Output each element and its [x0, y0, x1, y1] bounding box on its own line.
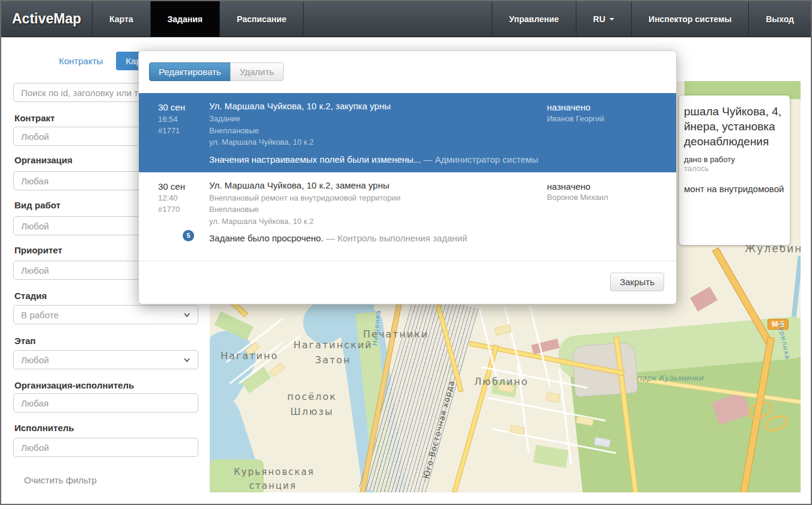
- popup-remaining: талось: [684, 164, 785, 173]
- task-id: #1771: [158, 125, 209, 137]
- task-type: Внеплановый ремонт на внутридомовой терр…: [209, 192, 547, 204]
- filter-label-contractor-org: Организация-исполнитель: [14, 380, 134, 390]
- task-date-cell: 30 сен 16:54 #1771: [158, 101, 209, 165]
- task-dialog: Редактировать Удалить 30 сен 16:54 #1771…: [138, 50, 677, 304]
- navbar-right-group: Управление RU Инспектор системы Выход: [492, 1, 811, 37]
- nav-item-map[interactable]: Карта: [93, 1, 151, 37]
- popup-status: дано в работу: [684, 155, 785, 164]
- chevron-down-icon: [183, 311, 191, 318]
- filter-select-stage[interactable]: В работе: [13, 305, 198, 324]
- unread-count-badge: 5: [183, 230, 194, 241]
- dialog-divider: [139, 261, 676, 261]
- task-title: Ул. Маршала Чуйкова, 10 к.2, замена урны: [209, 180, 547, 190]
- filter-label-priority: Приоритет: [14, 245, 63, 255]
- task-main-cell: Ул. Маршала Чуйкова, 10 к.2, замена урны…: [209, 180, 547, 244]
- dialog-actions: Редактировать Удалить: [149, 62, 284, 81]
- table-row[interactable]: 30 сен 16:54 #1771 Ул. Маршала Чуйкова, …: [139, 93, 676, 172]
- map-label-shluzy: посёлок Шлюзы: [276, 390, 348, 420]
- filter-select-phase[interactable]: Любой: [13, 350, 198, 369]
- edit-button[interactable]: Редактировать: [149, 62, 231, 81]
- map-label-park-kuzminki: парк Кузьминки: [636, 372, 703, 384]
- filter-input-assignee[interactable]: Любой: [13, 438, 198, 457]
- task-assignee: Иванов Георгий: [547, 114, 667, 123]
- filter-input-contractor-org[interactable]: Любая: [13, 393, 198, 413]
- map-label-nagatino: Нагатино: [221, 349, 278, 364]
- filter-label-assignee: Исполнитель: [14, 423, 74, 433]
- task-message-author: — Контроль выполнения заданий: [326, 233, 467, 243]
- language-label: RU: [593, 14, 605, 24]
- task-date: 30 сен: [158, 101, 209, 114]
- nav-item-management[interactable]: Управление: [492, 1, 576, 37]
- nav-item-logout[interactable]: Выход: [748, 1, 811, 37]
- filter-label-phase: Этап: [14, 336, 35, 346]
- status-badge: назначено: [547, 101, 667, 114]
- map-task-popup[interactable]: ршала Чуйкова, 4, йнера, установка деона…: [679, 95, 790, 245]
- task-message-text: Задание было просрочено.: [209, 233, 323, 243]
- filter-label-organization: Организация: [14, 155, 73, 165]
- task-address: ул. Маршала Чуйкова, 10 к.2: [209, 216, 547, 228]
- nav-item-tasks[interactable]: Задания: [151, 1, 220, 37]
- table-row[interactable]: 30 сен 12:40 #1770 Ул. Маршала Чуйкова, …: [139, 172, 676, 252]
- task-id: #1770: [158, 204, 209, 216]
- task-status-cell: назначено Иванов Георгий: [547, 101, 667, 165]
- task-message-text: Значения настраиваемых полей были измене…: [209, 154, 421, 165]
- caret-down-icon: [609, 18, 614, 20]
- task-main-cell: Ул. Маршала Чуйкова, 10 к.2, закупка урн…: [209, 101, 547, 165]
- close-button[interactable]: Закрыть: [610, 273, 664, 291]
- task-time: 12:40: [158, 193, 209, 204]
- dialog-footer: Закрыть: [610, 273, 664, 291]
- nav-item-language[interactable]: RU: [576, 1, 631, 37]
- task-type: Задание: [209, 113, 547, 125]
- task-message-author: — Администратор системы: [424, 154, 539, 165]
- tab-contracts[interactable]: Контракты: [54, 52, 108, 70]
- clear-filter-link[interactable]: Очистить фильтр: [24, 475, 97, 485]
- map-label-lyublino: Люблино: [474, 375, 528, 390]
- task-message: Задание было просрочено. — Контроль выпо…: [209, 233, 547, 243]
- task-date: 30 сен: [158, 180, 209, 193]
- app-window: ActiveMap Карта Задания Расписание Управ…: [0, 0, 812, 505]
- filter-label-stage: Стадия: [14, 291, 47, 301]
- chevron-down-icon: [183, 356, 191, 363]
- top-navbar: ActiveMap Карта Задания Расписание Управ…: [1, 1, 811, 37]
- filter-label-work-type: Вид работ: [14, 200, 61, 210]
- task-address: ул. Маршала Чуйкова, 10 к.2: [209, 136, 547, 148]
- filter-label-contract: Контракт: [14, 113, 55, 123]
- task-category: Внеплановые: [209, 204, 547, 216]
- app-logo: ActiveMap: [1, 1, 93, 37]
- task-list: 30 сен 16:54 #1771 Ул. Маршала Чуйкова, …: [139, 93, 676, 251]
- task-assignee: Воронов Михаил: [547, 193, 667, 202]
- delete-button[interactable]: Удалить: [230, 62, 284, 81]
- popup-work-type: монт на внутридомовой: [684, 184, 785, 194]
- map-label-kuryanovo: Курьяновская станция аэрации: [234, 465, 312, 492]
- nav-item-inspector[interactable]: Инспектор системы: [631, 1, 748, 37]
- task-time: 16:54: [158, 114, 209, 125]
- popup-title: ршала Чуйкова, 4, йнера, установка деона…: [684, 104, 785, 149]
- task-status-cell: назначено Воронов Михаил: [547, 180, 667, 244]
- status-badge: назначено: [547, 180, 667, 193]
- task-message: Значения настраиваемых полей были измене…: [209, 154, 547, 165]
- task-category: Внеплановые: [209, 125, 547, 137]
- map-label-nagatinsky-zaton: Нагатинский Затон: [288, 338, 378, 368]
- task-title: Ул. Маршала Чуйкова, 10 к.2, закупка урн…: [209, 101, 547, 111]
- nav-item-schedule[interactable]: Расписание: [220, 1, 304, 37]
